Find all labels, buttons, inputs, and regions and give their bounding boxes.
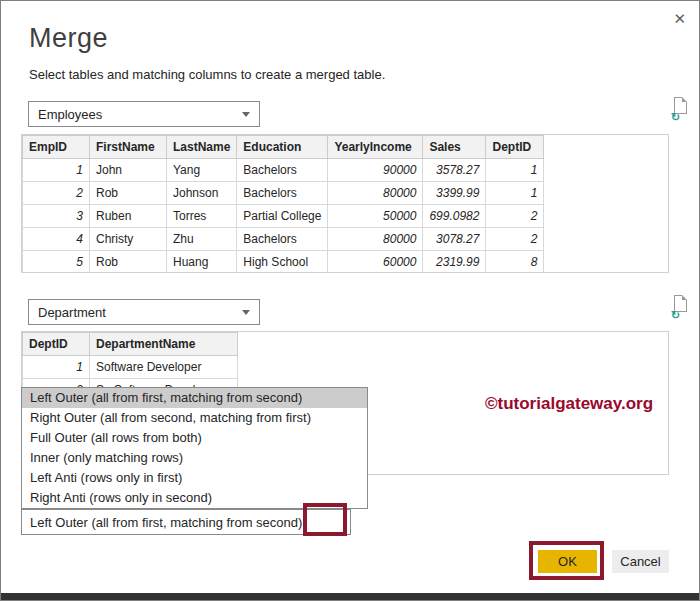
header-row: EmpIDFirstNameLastNameEducationYearlyInc… — [23, 136, 544, 159]
window-bottom-edge — [1, 593, 699, 600]
join-kind-option[interactable]: Inner (only matching rows) — [22, 448, 367, 468]
table-row: 5RobHuangHigh School600002319.998 — [23, 251, 544, 274]
refresh-icon: ↻ — [671, 310, 680, 321]
table-cell[interactable]: 2319.99 — [423, 251, 486, 274]
first-table-select-value: Employees — [38, 107, 102, 122]
second-table-select[interactable]: Department — [28, 299, 260, 325]
first-table-select[interactable]: Employees — [28, 101, 260, 127]
refresh-preview-icon[interactable]: ↻ — [671, 97, 691, 121]
table-cell[interactable]: Christy — [90, 228, 167, 251]
table-cell[interactable]: 1 — [486, 182, 544, 205]
dropdown-annotation-box — [303, 503, 347, 536]
cancel-button[interactable]: Cancel — [612, 550, 669, 573]
watermark-text: ©tutorialgateway.org — [485, 394, 653, 414]
header-row: DeptIDDepartmentName — [23, 333, 238, 356]
join-kind-option[interactable]: Full Outer (all rows from both) — [22, 428, 367, 448]
table-row: 2RobJohnsonBachelors800003399.991 — [23, 182, 544, 205]
join-kind-option[interactable]: Left Anti (rows only in first) — [22, 468, 367, 488]
table-row: 1Software Developer — [23, 356, 238, 379]
refresh-icon: ↻ — [671, 112, 680, 123]
table-cell[interactable]: Bachelors — [237, 159, 328, 182]
chevron-down-icon — [242, 310, 250, 315]
table-cell[interactable]: Rob — [90, 182, 167, 205]
table-cell[interactable]: Zhu — [167, 228, 237, 251]
merge-dialog: ✕ Merge Select tables and matching colum… — [0, 0, 700, 601]
table-cell[interactable]: Yang — [167, 159, 237, 182]
close-icon[interactable]: ✕ — [673, 11, 686, 26]
table-cell[interactable]: Huang — [167, 251, 237, 274]
join-kind-select[interactable]: Left Outer (all from first, matching fro… — [21, 509, 351, 535]
table-cell[interactable]: 90000 — [328, 159, 423, 182]
column-header-yearlyincome[interactable]: YearlyIncome — [328, 136, 423, 159]
table-cell[interactable]: 3399.99 — [423, 182, 486, 205]
chevron-down-icon — [242, 112, 250, 117]
table-cell[interactable]: 2 — [23, 182, 90, 205]
employees-table[interactable]: EmpIDFirstNameLastNameEducationYearlyInc… — [22, 135, 544, 273]
table-cell[interactable]: 3078.27 — [423, 228, 486, 251]
table-row: 4ChristyZhuBachelors800003078.272 — [23, 228, 544, 251]
table-cell[interactable]: 1 — [486, 159, 544, 182]
table-row: 1JohnYangBachelors900003578.271 — [23, 159, 544, 182]
column-header-lastname[interactable]: LastName — [167, 136, 237, 159]
column-header-sales[interactable]: Sales — [423, 136, 486, 159]
table-cell[interactable]: Torres — [167, 205, 237, 228]
column-header-firstname[interactable]: FirstName — [90, 136, 167, 159]
refresh-preview-icon[interactable]: ↻ — [671, 295, 691, 319]
table-row: 3RubenTorresPartial College50000699.0982… — [23, 205, 544, 228]
table-cell[interactable]: 8 — [486, 251, 544, 274]
column-header-deptid[interactable]: DeptID — [23, 333, 90, 356]
table-cell[interactable]: Software Developer — [90, 356, 238, 379]
column-header-empid[interactable]: EmpID — [23, 136, 90, 159]
table-cell[interactable]: 60000 — [328, 251, 423, 274]
table-cell[interactable]: Bachelors — [237, 228, 328, 251]
table-cell[interactable]: 2 — [486, 205, 544, 228]
join-kind-listbox: Left Outer (all from first, matching fro… — [21, 387, 368, 509]
table-cell[interactable]: 1 — [23, 159, 90, 182]
table-cell[interactable]: 5 — [23, 251, 90, 274]
table-cell[interactable]: 4 — [23, 228, 90, 251]
table-cell[interactable]: 2 — [486, 228, 544, 251]
employees-preview-panel: EmpIDFirstNameLastNameEducationYearlyInc… — [21, 134, 669, 273]
page-title: Merge — [29, 23, 108, 54]
join-kind-option[interactable]: Left Outer (all from first, matching fro… — [22, 388, 367, 408]
table-cell[interactable]: 50000 — [328, 205, 423, 228]
join-kind-option[interactable]: Right Outer (all from second, matching f… — [22, 408, 367, 428]
table-cell[interactable]: John — [90, 159, 167, 182]
join-kind-selected-value: Left Outer (all from first, matching fro… — [30, 515, 302, 530]
table-cell[interactable]: Johnson — [167, 182, 237, 205]
table-cell[interactable]: Rob — [90, 251, 167, 274]
column-header-education[interactable]: Education — [237, 136, 328, 159]
ok-button[interactable]: OK — [538, 550, 597, 573]
table-cell[interactable]: 699.0982 — [423, 205, 486, 228]
table-cell[interactable]: 3578.27 — [423, 159, 486, 182]
column-header-deptid[interactable]: DeptID — [486, 136, 544, 159]
table-cell[interactable]: 3 — [23, 205, 90, 228]
table-cell[interactable]: Partial College — [237, 205, 328, 228]
table-cell[interactable]: Ruben — [90, 205, 167, 228]
column-header-departmentname[interactable]: DepartmentName — [90, 333, 238, 356]
dialog-subtitle: Select tables and matching columns to cr… — [29, 67, 385, 82]
table-cell[interactable]: 80000 — [328, 182, 423, 205]
table-cell[interactable]: 80000 — [328, 228, 423, 251]
table-cell[interactable]: Bachelors — [237, 182, 328, 205]
table-cell[interactable]: 1 — [23, 356, 90, 379]
table-cell[interactable]: High School — [237, 251, 328, 274]
second-table-select-value: Department — [38, 305, 106, 320]
